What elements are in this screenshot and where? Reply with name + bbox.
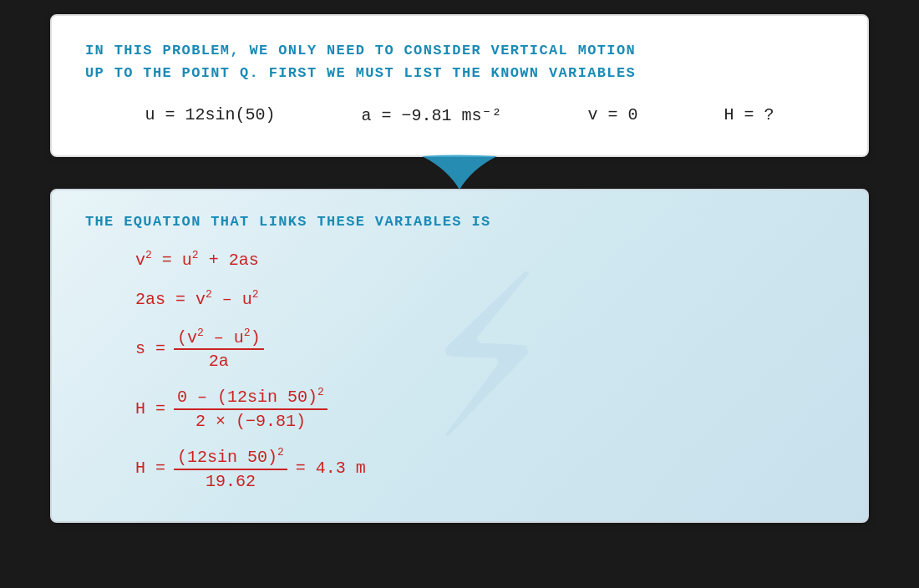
eq4-label: H = bbox=[135, 399, 165, 418]
eq4-numerator: 0 – (12sin 50)2 bbox=[174, 386, 327, 410]
eq4: H = 0 – (12sin 50)2 2 × (−9.81) bbox=[135, 386, 834, 431]
eq3: s = (v2 – u2) 2a bbox=[135, 327, 834, 372]
top-card: IN THIS PROBLEM, WE ONLY NEED TO CONSIDE… bbox=[50, 14, 869, 157]
eq1: v2 = u2 + 2as bbox=[135, 248, 834, 272]
eq5: H = (12sin 50)2 19.62 = 4.3 m bbox=[135, 446, 834, 491]
arrow-connector bbox=[409, 152, 510, 194]
variables-row: u = 12sin(50) a = −9.81 ms⁻² v = 0 H = ? bbox=[85, 101, 834, 129]
bottom-header: THE EQUATION THAT LINKS THESE VARIABLES … bbox=[85, 214, 834, 230]
eq5-label: H = bbox=[135, 459, 165, 478]
page-container: IN THIS PROBLEM, WE ONLY NEED TO CONSIDE… bbox=[17, 14, 902, 574]
var-v: v = 0 bbox=[587, 105, 637, 124]
top-card-text: IN THIS PROBLEM, WE ONLY NEED TO CONSIDE… bbox=[85, 39, 834, 84]
eq3-denominator: 2a bbox=[206, 350, 232, 371]
equation-block: v2 = u2 + 2as 2as = v2 – u2 s = (v2 – u2… bbox=[135, 248, 834, 490]
eq2: 2as = v2 – u2 bbox=[135, 287, 834, 312]
bottom-card: THE EQUATION THAT LINKS THESE VARIABLES … bbox=[50, 189, 869, 522]
eq4-fraction: 0 – (12sin 50)2 2 × (−9.81) bbox=[174, 386, 327, 431]
top-line2: UP TO THE POINT Q. FIRST WE MUST LIST TH… bbox=[85, 65, 636, 81]
eq4-denominator: 2 × (−9.81) bbox=[192, 410, 309, 431]
top-line1: IN THIS PROBLEM, WE ONLY NEED TO CONSIDE… bbox=[85, 43, 636, 58]
var-H: H = ? bbox=[724, 105, 774, 124]
eq5-denominator: 19.62 bbox=[202, 470, 259, 491]
eq5-numerator: (12sin 50)2 bbox=[174, 446, 287, 470]
var-a: a = −9.81 ms⁻² bbox=[361, 104, 501, 125]
eq3-label: s = bbox=[135, 339, 165, 358]
var-u: u = 12sin(50) bbox=[145, 105, 275, 124]
eq3-numerator: (v2 – u2) bbox=[174, 327, 264, 351]
eq5-result: = 4.3 m bbox=[296, 459, 366, 478]
eq3-fraction: (v2 – u2) 2a bbox=[174, 327, 264, 372]
eq5-fraction: (12sin 50)2 19.62 bbox=[174, 446, 287, 491]
